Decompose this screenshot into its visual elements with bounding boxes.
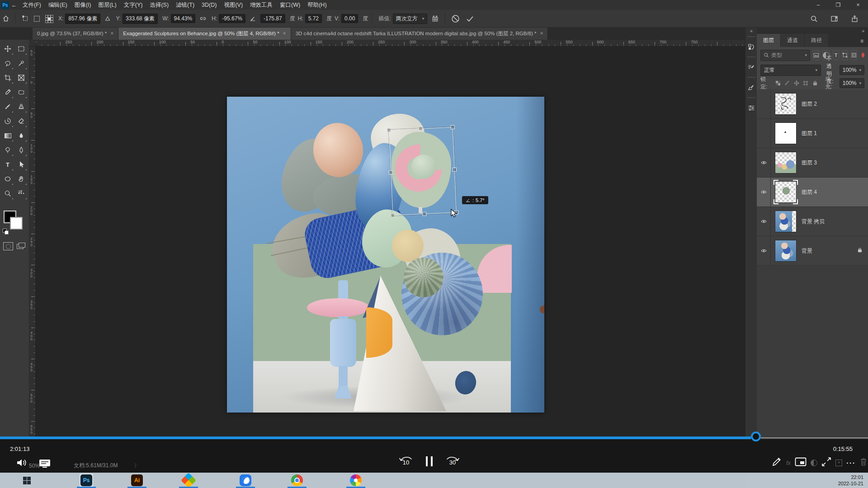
lasso-tool-button[interactable] <box>1 56 14 70</box>
menu-item[interactable]: 滤镜(T) <box>172 0 198 10</box>
filter-shape-layers-icon[interactable] <box>842 50 848 60</box>
clone-stamp-tool-button[interactable] <box>14 99 28 114</box>
zoom-tool-button[interactable] <box>1 186 14 201</box>
transform-handle-middle-left[interactable] <box>389 170 393 174</box>
taskbar-app-3[interactable] <box>182 474 195 487</box>
start-button[interactable] <box>20 474 33 487</box>
collapse-player-arrows-icon[interactable] <box>821 457 831 469</box>
brush-tool-button[interactable] <box>1 99 14 114</box>
transform-bounding-box[interactable] <box>389 127 457 216</box>
default-colors-icon[interactable] <box>3 229 8 234</box>
menu-item[interactable]: 视图(V) <box>220 0 246 10</box>
visibility-toggle[interactable] <box>757 178 771 206</box>
annotate-pencil-icon[interactable] <box>771 456 782 469</box>
taskbar-photoshop[interactable]: Ps <box>80 474 93 487</box>
video-progress-bar[interactable] <box>0 436 751 439</box>
layer-row-背景 拷贝[interactable]: 背景 拷贝 <box>757 207 868 236</box>
visibility-toggle[interactable] <box>757 207 771 236</box>
workspace-switcher-icon[interactable] <box>830 15 838 23</box>
history-panel-icon[interactable] <box>746 39 757 55</box>
taskbar-clock[interactable]: 22:01 2022-10-21 <box>838 474 863 487</box>
menu-item[interactable]: 增效工具 <box>246 0 276 10</box>
swap-colors-icon[interactable]: ⇄ <box>18 189 22 195</box>
height-scale-field[interactable]: -95.67% <box>219 14 245 23</box>
close-button[interactable]: × <box>848 0 868 10</box>
move-tool-button[interactable] <box>1 42 14 56</box>
dodge-tool-button[interactable] <box>1 143 14 157</box>
volume-icon[interactable] <box>16 457 28 470</box>
cancel-transform-icon[interactable] <box>451 14 460 23</box>
menu-item[interactable]: 编辑(E) <box>45 0 71 10</box>
brush-settings-panel-icon[interactable] <box>746 60 757 75</box>
layer-thumbnail[interactable] <box>774 121 798 145</box>
color-swatches[interactable] <box>4 211 24 230</box>
brushes-panel-icon[interactable] <box>746 80 757 95</box>
layer-row-图层 3[interactable]: 图层 3 <box>757 148 868 178</box>
document-tab-3[interactable]: 3D c4d cinema4d octane redshift Tarka IL… <box>291 27 548 40</box>
ruler-origin-corner[interactable] <box>29 40 36 47</box>
zoom-level[interactable]: 50% <box>29 463 40 469</box>
eyedropper-tool-button[interactable] <box>1 85 14 99</box>
menu-item[interactable]: 选择(S) <box>146 0 172 10</box>
menu-item[interactable]: 3D(D) <box>198 0 220 10</box>
lock-all-icon[interactable] <box>811 80 818 86</box>
home-icon[interactable] <box>2 15 9 22</box>
visibility-toggle[interactable] <box>757 236 771 265</box>
restore-button[interactable]: ❐ <box>828 0 848 10</box>
layer-thumbnail[interactable] <box>774 209 798 234</box>
minimize-button[interactable]: – <box>808 0 828 10</box>
layer-thumbnail[interactable] <box>774 92 798 116</box>
background-color-swatch[interactable] <box>10 217 23 230</box>
vertical-ruler[interactable]: 5 005 01 0 01 5 02 0 02 5 03 0 03 5 04 0… <box>29 46 36 440</box>
horizontal-ruler[interactable]: 0250200150100500501001502002503003504004… <box>29 40 745 47</box>
filter-smart-objects-icon[interactable] <box>851 50 857 60</box>
layer-style-fx-icon[interactable]: fx <box>786 460 791 466</box>
taskbar-chrome[interactable] <box>290 474 304 487</box>
panel-tab-路径[interactable]: 路径 <box>805 34 829 47</box>
document-status[interactable]: 文档:5.61M/31.0M 〉 <box>74 462 139 469</box>
search-icon[interactable] <box>810 15 818 23</box>
filter-toggle-dot[interactable] <box>862 53 864 57</box>
picture-in-picture-icon[interactable] <box>795 457 807 468</box>
hand-tool-button[interactable] <box>14 172 28 186</box>
video-progress-remaining[interactable] <box>761 437 868 438</box>
panel-tab-通道[interactable]: 通道 <box>781 34 805 47</box>
frame-tool-button[interactable] <box>14 70 28 85</box>
expand-panels-icon[interactable]: » <box>862 28 864 33</box>
transform-handle-middle-right[interactable] <box>453 168 457 172</box>
document-tab-1[interactable]: 0.jpg @ 73.5% (37, RGB/8#) *× <box>33 27 118 40</box>
quick-select-tool-button[interactable] <box>14 56 28 70</box>
y-position-field[interactable]: 333.68 像素 <box>123 14 158 24</box>
rotation-field[interactable]: -175.87 <box>260 14 285 23</box>
adjustment-layer-icon[interactable] <box>811 460 817 466</box>
eraser-tool-button[interactable] <box>14 114 28 128</box>
v-skew-field[interactable]: 0.00 <box>341 14 358 23</box>
lock-position-icon[interactable] <box>793 80 800 86</box>
menu-item[interactable]: 图层(L) <box>94 0 120 10</box>
width-scale-field[interactable]: 94.43% <box>171 14 196 23</box>
visibility-toggle[interactable] <box>757 89 771 118</box>
screen-mode-button[interactable] <box>16 242 25 249</box>
interpolation-select[interactable]: 两次立方▾ <box>393 14 428 24</box>
menu-item[interactable]: 图像(I) <box>71 0 95 10</box>
menu-item[interactable]: 帮助(H) <box>304 0 330 10</box>
tab-close-icon[interactable]: × <box>110 30 113 37</box>
taskbar-illustrator[interactable]: Ai <box>130 474 144 487</box>
transform-handle-bottom-left[interactable] <box>391 213 395 217</box>
transform-handle-bottom-middle[interactable] <box>422 212 426 216</box>
toggle-reference-point-checkbox[interactable] <box>34 16 40 22</box>
layer-row-背景[interactable]: 背景 <box>757 236 868 266</box>
menu-item[interactable]: 文字(Y) <box>120 0 146 10</box>
blur-tool-button[interactable] <box>14 128 28 143</box>
crop-tool-button[interactable] <box>1 70 14 85</box>
status-expand-chevron[interactable]: 〉 <box>134 462 139 469</box>
patch-tool-button[interactable] <box>14 85 28 99</box>
pen-tool-button[interactable] <box>14 143 28 157</box>
history-brush-tool-button[interactable] <box>1 114 14 128</box>
x-position-field[interactable]: 857.96 像素 <box>65 14 100 24</box>
tab-close-icon[interactable]: × <box>283 30 286 37</box>
filter-pixel-layers-icon[interactable] <box>813 50 820 60</box>
lock-pixels-icon[interactable] <box>784 80 791 86</box>
gradient-tool-button[interactable] <box>1 128 14 143</box>
panel-tab-图层[interactable]: 图层 <box>757 34 781 47</box>
